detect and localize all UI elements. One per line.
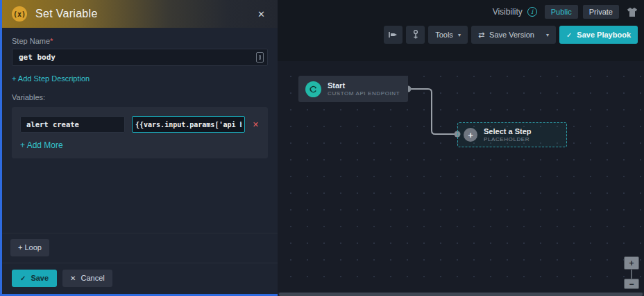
variables-panel: ✕ + Add More xyxy=(12,107,268,158)
workflow-canvas[interactable]: Start CUSTOM API ENDPOINT + Select a Ste… xyxy=(278,61,644,296)
panel-header: (x) Set Variable ✕ xyxy=(2,0,278,28)
placeholder-node-title: Select a Step xyxy=(484,127,531,135)
chevron-down-icon: ▾ xyxy=(458,32,461,38)
cancel-label: Cancel xyxy=(80,274,104,282)
toolbar-row: Tools ▾ ⇄ Save Version ▾ ✓ Save Playbook xyxy=(384,26,638,44)
tools-label: Tools xyxy=(435,31,453,39)
tools-dropdown[interactable]: Tools ▾ xyxy=(428,26,468,44)
save-version-label: Save Version xyxy=(489,31,534,39)
save-version-button[interactable]: ⇄ Save Version ▾ xyxy=(471,26,556,44)
placeholder-node-text: Select a Step PLACEHOLDER xyxy=(484,127,531,142)
api-endpoint-icon xyxy=(305,81,321,97)
step-name-label: Step Name* xyxy=(12,37,268,45)
pin-icon xyxy=(412,30,420,40)
shirt-icon[interactable] xyxy=(627,7,638,17)
panel-footer: ✓ Save ✕ Cancel xyxy=(2,263,278,294)
start-node-text: Start CUSTOM API ENDPOINT xyxy=(328,81,400,97)
save-playbook-button[interactable]: ✓ Save Playbook xyxy=(559,26,638,44)
start-node-title: Start xyxy=(328,81,400,90)
save-label: Save xyxy=(31,274,49,282)
cancel-button[interactable]: ✕ Cancel xyxy=(62,270,112,287)
step-name-input[interactable] xyxy=(12,49,268,66)
visibility-private-toggle[interactable]: Private xyxy=(583,5,619,19)
compare-icon: ⇄ xyxy=(478,31,484,40)
plus-icon: + xyxy=(464,128,477,142)
remove-variable-icon[interactable]: ✕ xyxy=(252,120,260,129)
set-variable-icon: (x) xyxy=(12,6,27,22)
add-more-link[interactable]: + Add More xyxy=(20,140,63,150)
loop-button[interactable]: + Loop xyxy=(10,239,49,256)
connector-tool-button[interactable] xyxy=(384,26,402,44)
visibility-public-toggle[interactable]: Public xyxy=(545,5,578,19)
start-node[interactable]: Start CUSTOM API ENDPOINT xyxy=(298,76,408,102)
zoom-in-button[interactable]: + xyxy=(624,256,639,270)
chevron-down-icon: ▾ xyxy=(546,32,549,38)
x-icon: ✕ xyxy=(70,275,76,282)
close-icon[interactable]: ✕ xyxy=(255,8,268,21)
placeholder-node-subtitle: PLACEHOLDER xyxy=(484,136,531,142)
horizontal-scrollbar-thumb[interactable] xyxy=(279,293,643,296)
variable-name-input[interactable] xyxy=(20,116,125,133)
variable-value-input[interactable] xyxy=(132,116,245,133)
set-variable-panel: (x) Set Variable ✕ Step Name* + Add Step… xyxy=(0,0,278,294)
info-icon[interactable]: i xyxy=(527,7,537,17)
add-step-description-link[interactable]: + Add Step Description xyxy=(12,74,90,83)
visibility-label: Visibility xyxy=(493,7,523,17)
plug-icon xyxy=(389,31,398,39)
step-name-label-text: Step Name xyxy=(12,37,50,45)
placeholder-node[interactable]: + Select a Step PLACEHOLDER xyxy=(457,122,567,147)
check-icon: ✓ xyxy=(566,31,572,39)
variables-label: Variables: xyxy=(12,93,268,101)
variable-row: ✕ xyxy=(20,116,260,133)
start-node-subtitle: CUSTOM API ENDPOINT xyxy=(328,90,400,97)
step-name-wrap xyxy=(12,45,268,66)
panel-spacer xyxy=(12,158,268,233)
zoom-controls: + − xyxy=(624,256,639,289)
check-icon: ✓ xyxy=(20,275,26,282)
zoom-slider-track xyxy=(631,270,632,279)
zoom-out-button[interactable]: − xyxy=(624,279,639,289)
dynamic-field-icon[interactable] xyxy=(256,52,264,63)
designer-topbar: Visibility i Public Private Tools ▾ xyxy=(278,0,644,61)
panel-title: Set Variable xyxy=(35,8,246,20)
pin-tool-button[interactable] xyxy=(406,26,425,44)
designer-right: Visibility i Public Private Tools ▾ xyxy=(278,0,644,296)
loop-row: + Loop xyxy=(2,233,278,263)
required-mark: * xyxy=(50,37,53,45)
visibility-row: Visibility i Public Private xyxy=(493,5,638,19)
playbook-designer: (x) Set Variable ✕ Step Name* + Add Step… xyxy=(0,0,644,296)
horizontal-scrollbar xyxy=(278,293,644,296)
save-playbook-label: Save Playbook xyxy=(577,31,631,39)
save-button[interactable]: ✓ Save xyxy=(12,270,57,287)
panel-body: Step Name* + Add Step Description Variab… xyxy=(2,28,278,233)
